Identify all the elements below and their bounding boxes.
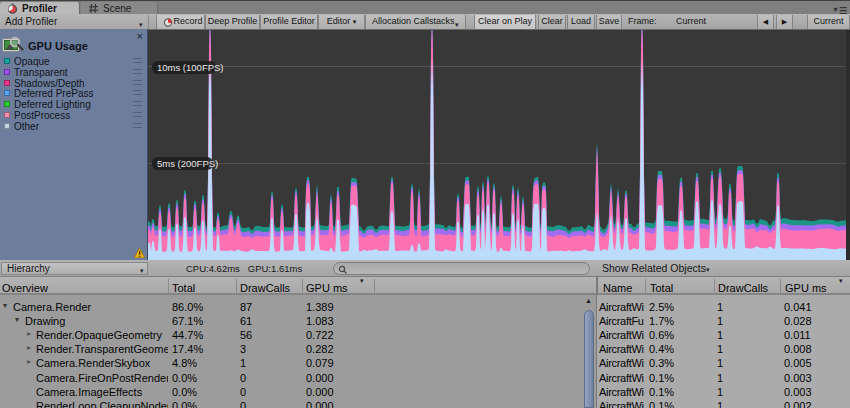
svg-text:5ms (200FPS): 5ms (200FPS) — [157, 158, 218, 169]
svg-text:10ms (100FPS): 10ms (100FPS) — [157, 62, 224, 73]
